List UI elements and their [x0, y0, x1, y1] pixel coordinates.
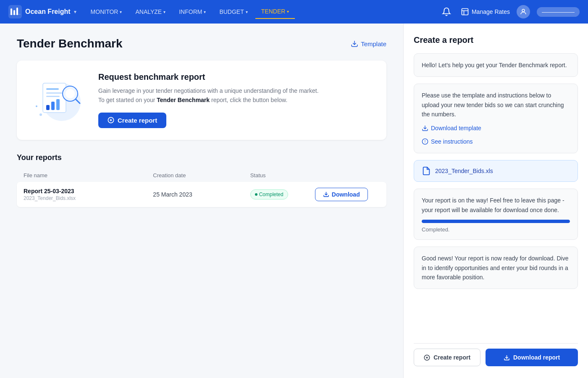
progress-bar-fill — [422, 220, 570, 223]
chat-bubble-2: Please use the template and instructions… — [414, 84, 578, 153]
svg-rect-4 — [462, 9, 468, 15]
status-badge: Completed — [250, 189, 288, 200]
svg-rect-13 — [51, 102, 55, 110]
left-panel: Tender Benchmark Template — [0, 24, 403, 378]
report-file-info: Report 25-03-2023 2023_Tender_Bids.xlsx — [24, 188, 153, 201]
file-name: 2023_Tender_Bids.xls — [435, 168, 493, 174]
chat-bubble-1: Hello! Let's help you get your Tender Be… — [414, 53, 578, 77]
monitor-chevron-icon: ▾ — [120, 10, 122, 14]
nav-item-tender[interactable]: TENDER ▾ — [255, 5, 295, 19]
right-panel-title: Create a report — [414, 35, 578, 45]
main-layout: Tender Benchmark Template — [0, 24, 588, 378]
budget-chevron-icon: ▾ — [246, 10, 248, 14]
col-filename: File name — [24, 172, 153, 178]
table-row: Report 25-03-2023 2023_Tender_Bids.xlsx … — [17, 182, 386, 207]
report-date: 25 March 2023 — [153, 191, 250, 198]
right-panel-footer: Create report Download report — [414, 343, 578, 366]
analyze-chevron-icon: ▾ — [163, 10, 165, 14]
nav-item-budget[interactable]: BUDGET ▾ — [213, 5, 253, 18]
see-instructions-link[interactable]: See instructions — [422, 137, 570, 146]
report-subname: 2023_Tender_Bids.xlsx — [24, 195, 153, 201]
download-button[interactable]: Download — [315, 188, 368, 201]
status-dot-icon — [255, 193, 257, 196]
download-template-link[interactable]: Download template — [422, 123, 570, 133]
report-filename: Report 25-03-2023 — [24, 188, 153, 194]
create-report-button[interactable]: Create report — [98, 113, 166, 128]
nav-menu: MONITOR ▾ ANALYZE ▾ INFORM ▾ BUDGET ▾ TE… — [85, 5, 439, 19]
brand-name: Ocean Freight — [25, 8, 71, 16]
reports-table-header: File name Creation date Status — [17, 169, 386, 182]
svg-point-5 — [522, 9, 525, 12]
nav-item-inform[interactable]: INFORM ▾ — [173, 5, 212, 18]
svg-point-16 — [66, 89, 75, 98]
svg-rect-12 — [46, 105, 50, 110]
svg-point-27 — [425, 142, 425, 143]
request-description: Gain leverage in your tender negotiation… — [98, 86, 319, 105]
navbar: Ocean Freight MONITOR ▾ ANALYZE ▾ INFORM… — [0, 0, 588, 24]
report-action: Download — [315, 188, 380, 201]
col-date: Creation date — [153, 172, 250, 178]
file-bubble: 2023_Tender_Bids.xls — [414, 160, 578, 182]
brand-logo[interactable]: Ocean Freight — [8, 5, 76, 18]
good-news-bubble: Good news! Your report is now ready for … — [414, 247, 578, 289]
progress-bar-track — [422, 220, 570, 223]
inform-chevron-icon: ▾ — [204, 10, 206, 14]
illustration — [30, 75, 85, 125]
reports-section: Your reports File name Creation date Sta… — [17, 153, 386, 207]
footer-download-report-button[interactable]: Download report — [486, 349, 578, 366]
progress-bubble: Your report is on the way! Feel free to … — [414, 189, 578, 240]
request-heading: Request benchmark report — [98, 72, 319, 82]
nav-item-monitor[interactable]: MONITOR ▾ — [85, 5, 128, 18]
report-status: Completed — [250, 189, 315, 200]
user-name[interactable]: —————— — [537, 7, 580, 17]
template-link[interactable]: Template — [351, 40, 386, 47]
request-content: Request benchmark report Gain leverage i… — [98, 72, 319, 128]
nav-item-analyze[interactable]: ANALYZE ▾ — [129, 5, 171, 18]
col-action — [315, 172, 380, 178]
progress-status: Completed. — [422, 226, 570, 233]
svg-rect-10 — [46, 92, 62, 94]
brand-chevron-icon — [74, 9, 76, 15]
notification-bell-icon[interactable] — [439, 4, 454, 19]
page-title: Tender Benchmark — [17, 37, 123, 50]
avatar[interactable] — [517, 5, 530, 18]
svg-point-19 — [36, 105, 37, 107]
svg-point-18 — [39, 113, 42, 116]
progress-text: Your report is on the way! Feel free to … — [422, 196, 570, 215]
manage-rates-button[interactable]: Manage Rates — [461, 8, 510, 16]
svg-rect-11 — [46, 96, 60, 97]
right-panel: Create a report Hello! Let's help you ge… — [403, 24, 588, 378]
col-status: Status — [250, 172, 315, 178]
request-card: Request benchmark report Gain leverage i… — [17, 60, 386, 140]
reports-heading: Your reports — [17, 153, 386, 162]
svg-rect-9 — [46, 88, 59, 90]
svg-rect-3 — [16, 8, 18, 15]
svg-rect-14 — [56, 99, 60, 110]
page-header: Tender Benchmark Template — [17, 37, 386, 50]
nav-right: Manage Rates —————— — [439, 4, 580, 19]
tender-chevron-icon: ▾ — [287, 9, 289, 14]
footer-create-report-button[interactable]: Create report — [414, 349, 480, 366]
